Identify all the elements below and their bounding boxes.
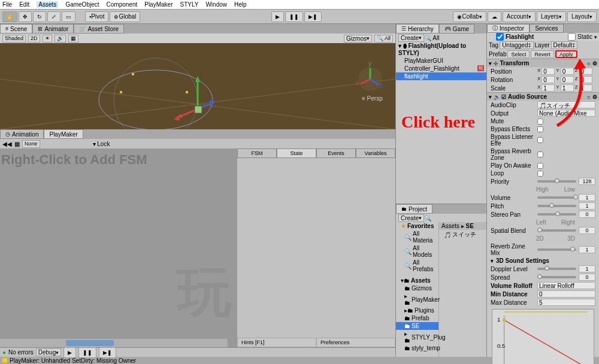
bypass-fx-checkbox[interactable] bbox=[537, 126, 543, 132]
rot-y[interactable]: 0 bbox=[561, 76, 574, 83]
rect-tool[interactable]: ▭ bbox=[62, 11, 75, 22]
pm-step[interactable]: ▶❚ bbox=[99, 347, 116, 358]
pm-sel[interactable]: ▦ bbox=[14, 141, 20, 147]
pm-tab-fsm[interactable]: FSM bbox=[237, 148, 277, 158]
doppler-slider[interactable] bbox=[537, 268, 576, 270]
pm-play[interactable]: ▶ bbox=[63, 347, 76, 358]
maxdist-value[interactable]: 5 bbox=[537, 299, 595, 306]
folder-stylytemp[interactable]: 🖿styly_temp bbox=[396, 344, 438, 352]
menu-styly[interactable]: STYLY bbox=[180, 1, 198, 8]
folder-gizmos[interactable]: 🖿Gizmos bbox=[396, 284, 438, 292]
play-button[interactable]: ▶ bbox=[271, 11, 284, 22]
spatial-slider[interactable] bbox=[537, 229, 576, 232]
tab-game[interactable]: 🎮 Game bbox=[439, 24, 474, 34]
volume-value[interactable]: 1 bbox=[579, 194, 595, 201]
scene-search[interactable]: 🔍 All bbox=[374, 35, 393, 43]
pivot-toggle[interactable]: ▪ Pivot bbox=[85, 11, 108, 22]
mute-checkbox[interactable] bbox=[537, 119, 543, 125]
rot-x[interactable]: 0 bbox=[541, 76, 555, 83]
stereo-slider[interactable] bbox=[537, 213, 576, 216]
volume-slider[interactable] bbox=[537, 196, 576, 199]
priority-value[interactable]: 128 bbox=[579, 178, 595, 185]
hand-tool[interactable]: ✋ bbox=[2, 11, 17, 22]
reverb-value[interactable]: 1 bbox=[579, 246, 595, 253]
scene-view[interactable]: y x z ≡ Persp bbox=[0, 43, 395, 129]
fsm-canvas[interactable]: Right-Click to Add FSM 玩 bbox=[0, 148, 237, 347]
pm-lock[interactable]: ▾ Lock bbox=[93, 141, 110, 147]
active-checkbox[interactable] bbox=[496, 33, 504, 41]
rolloff-dropdown[interactable]: Linear Rolloff bbox=[537, 282, 595, 289]
move-tool[interactable]: ✥ bbox=[19, 11, 32, 22]
pos-y[interactable]: 0 bbox=[561, 68, 574, 75]
hierarchy-search[interactable]: 🔍 All bbox=[424, 35, 439, 41]
fx-toggle[interactable]: ▦ bbox=[68, 35, 78, 43]
menu-file[interactable]: File bbox=[2, 1, 12, 8]
collab-dropdown[interactable]: ◉ Collab ▾ bbox=[453, 11, 486, 22]
doppler-value[interactable]: 1 bbox=[579, 265, 595, 272]
transform-header[interactable]: ▾ ⊹ Transform☼ ⚙ bbox=[487, 59, 599, 67]
scale-y[interactable]: 1 bbox=[561, 84, 574, 92]
pos-x[interactable]: 0 bbox=[541, 68, 555, 75]
scale-tool[interactable]: ⤢ bbox=[47, 11, 60, 22]
project-search[interactable]: 🔍 bbox=[424, 215, 431, 222]
revert-button[interactable]: Revert bbox=[531, 50, 554, 58]
reverb-slider[interactable] bbox=[537, 248, 576, 251]
audio-file[interactable]: 🎵スイッチ bbox=[439, 230, 486, 239]
account-dropdown[interactable]: Account ▾ bbox=[503, 11, 536, 22]
mindist-value[interactable]: 0 bbox=[537, 290, 595, 298]
apply-button[interactable]: Apply bbox=[555, 50, 577, 58]
menu-edit[interactable]: Edit bbox=[19, 1, 29, 8]
pitch-slider[interactable] bbox=[537, 205, 576, 207]
2d-toggle[interactable]: 2D bbox=[28, 35, 40, 43]
playonawake-checkbox[interactable] bbox=[537, 163, 543, 169]
menu-gameobject[interactable]: GameObject bbox=[65, 1, 99, 8]
pm-debug-dropdown[interactable]: Debug ▾ bbox=[36, 348, 61, 356]
fav-prefabs[interactable]: 🔍All Prefabs bbox=[396, 259, 438, 273]
hierarchy-item-2[interactable]: flashlight bbox=[396, 72, 486, 80]
light-toggle[interactable]: ☀ bbox=[43, 35, 52, 43]
folder-styly[interactable]: ▸🖿STYLY_Plug bbox=[396, 330, 438, 344]
scale-z[interactable]: 1 bbox=[579, 84, 592, 92]
cloud-button[interactable]: ☁ bbox=[488, 11, 501, 22]
shaded-dropdown[interactable]: Shaded bbox=[2, 35, 26, 43]
hierarchy-scene[interactable]: ▾ ⬮ Flashlight(Upload to STYLY) bbox=[396, 42, 486, 57]
select-button[interactable]: Select bbox=[507, 50, 530, 58]
menu-assets[interactable]: Assets bbox=[37, 1, 58, 8]
tag-dropdown[interactable]: Untagged ‡ bbox=[500, 41, 533, 49]
project-create[interactable]: Create ▾ bbox=[398, 214, 424, 222]
stereo-value[interactable]: 0 bbox=[579, 211, 595, 218]
layer-dropdown[interactable]: Default ‡ bbox=[551, 41, 578, 49]
gizmos-dropdown[interactable]: Gizmos ▾ bbox=[344, 35, 372, 43]
favorites-folder[interactable]: ★Favorites bbox=[396, 222, 438, 230]
menu-help[interactable]: Help bbox=[234, 1, 247, 8]
rolloff-chart[interactable]: 1 0.5 bbox=[492, 309, 594, 364]
tab-playmaker[interactable]: PlayMaker bbox=[44, 129, 83, 139]
tab-services[interactable]: Services bbox=[530, 24, 563, 33]
static-checkbox[interactable] bbox=[568, 33, 576, 41]
pitch-value[interactable]: 1 bbox=[579, 202, 595, 210]
scale-x[interactable]: 1 bbox=[541, 84, 555, 92]
loop-checkbox[interactable] bbox=[537, 171, 543, 177]
tab-inspector[interactable]: ⓘ Inspector bbox=[487, 24, 530, 33]
global-toggle[interactable]: ⊕ Global bbox=[110, 11, 140, 22]
tab-assetstore[interactable]: 🛒 Asset Store bbox=[74, 24, 124, 34]
pm-fsm-dropdown[interactable]: None bbox=[22, 140, 40, 148]
hierarchy-item-0[interactable]: PlayMakerGUI bbox=[396, 57, 486, 65]
menu-component[interactable]: Component bbox=[107, 1, 138, 8]
breadcrumb[interactable]: Assets ▸ SE bbox=[439, 222, 486, 230]
layers-dropdown[interactable]: Layers ▾ bbox=[537, 11, 566, 22]
assets-folder[interactable]: ▾🖿Assets bbox=[396, 277, 438, 284]
bypass-reverb-checkbox[interactable] bbox=[537, 151, 543, 157]
layout-dropdown[interactable]: Layout ▾ bbox=[567, 11, 597, 22]
pm-pause[interactable]: ❚❚ bbox=[78, 347, 96, 358]
tab-hierarchy[interactable]: ☰ Hierarchy bbox=[396, 24, 439, 34]
step-button[interactable]: ▶❚ bbox=[304, 11, 322, 22]
rotate-tool[interactable]: ↻ bbox=[33, 11, 46, 22]
audiosource-header[interactable]: ▾ 🔊 ☑ Audio Source☼ ⚙ bbox=[487, 93, 599, 101]
hierarchy-create[interactable]: Create ▾ bbox=[398, 34, 424, 42]
tab-project[interactable]: 🖿 Project bbox=[396, 204, 432, 214]
pm-tab-events[interactable]: Events bbox=[316, 148, 356, 158]
pos-z[interactable]: 0 bbox=[579, 68, 592, 75]
spread-value[interactable]: 0 bbox=[579, 274, 595, 281]
hierarchy-item-1[interactable]: Controller_Flashlight 玩 bbox=[396, 65, 486, 72]
